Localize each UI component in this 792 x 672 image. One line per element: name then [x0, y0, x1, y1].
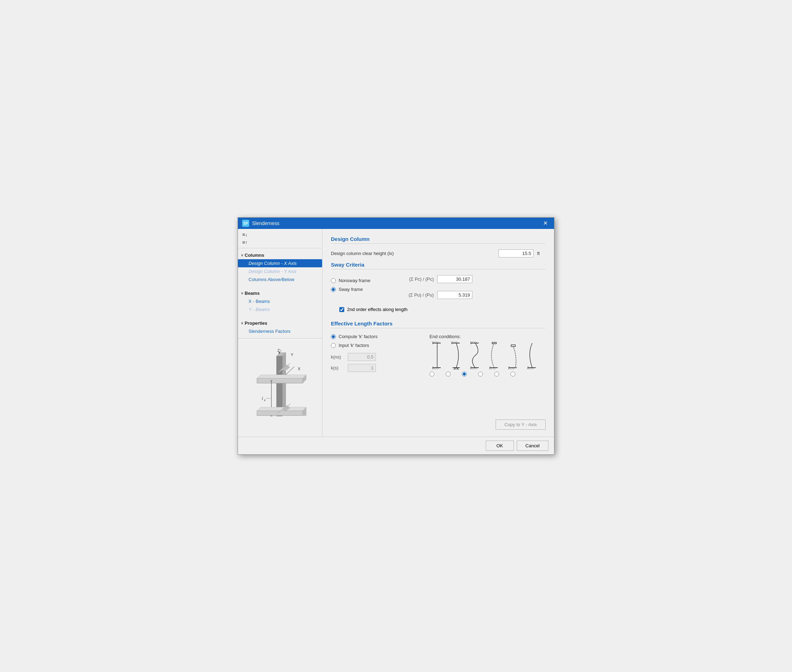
nav-item-x-beams[interactable]: X - Beams	[238, 297, 322, 306]
design-column-divider	[331, 243, 546, 244]
end-cond-4	[487, 341, 502, 370]
title-bar: SP Slenderness ✕	[238, 218, 554, 229]
nonsway-radio[interactable]	[331, 278, 336, 283]
sway-criteria-title: Sway Criteria	[331, 262, 546, 268]
compute-k-row: Compute 'k' factors	[331, 334, 422, 339]
effective-body: Compute 'k' factors Input 'k' factors k(…	[331, 334, 546, 376]
close-button[interactable]: ✕	[541, 220, 550, 227]
effective-length-section: Effective Length Factors Compute 'k' fac…	[331, 320, 546, 376]
end-cond-2	[449, 341, 464, 370]
svg-text:Z↑: Z↑	[277, 348, 281, 352]
svg-text:l: l	[262, 396, 263, 401]
k-s-label: k(s)	[331, 365, 345, 371]
svg-rect-68	[511, 345, 515, 347]
columns-group-header[interactable]: ∨ Columns	[238, 251, 322, 259]
end-cond-radio-4[interactable]	[478, 371, 483, 376]
effective-right: End conditions:	[430, 334, 546, 376]
cancel-button[interactable]: Cancel	[517, 441, 548, 451]
k-s-input	[348, 364, 376, 372]
effective-length-title: Effective Length Factors	[331, 320, 546, 326]
design-column-section: Design Column Design column clear height…	[331, 236, 546, 262]
second-order-checkbox[interactable]	[339, 307, 344, 312]
end-cond-1	[430, 341, 445, 370]
column-diagram-svg: Z↑ Y X	[252, 346, 308, 430]
chevron-down-icon-beams: ∨	[241, 291, 243, 295]
left-panel: ≡↓ ≡↑ ∨ Columns Design Column - X Axis D…	[238, 229, 323, 437]
sway-divider	[331, 269, 546, 269]
bottom-bar: OK Cancel	[238, 437, 554, 454]
k-inputs: k(ns) k(s)	[331, 353, 422, 372]
svg-rect-10	[257, 378, 303, 383]
nav-section-columns: ∨ Columns Design Column - X Axis Design …	[238, 248, 322, 286]
chevron-down-icon-props: ∨	[241, 321, 243, 325]
sway-formulas: (Σ Pc) / (Pc) (Σ Pu) / (Pu)	[391, 275, 473, 303]
input-k-radio[interactable]	[331, 343, 336, 348]
sway-radio-group: Nonsway frame Sway frame	[331, 275, 370, 295]
end-cond-radio-1[interactable]	[430, 371, 434, 376]
app-icon: SP	[242, 220, 249, 227]
k-ns-input	[348, 353, 376, 361]
properties-group-header[interactable]: ∨ Properties	[238, 319, 322, 327]
svg-marker-11	[257, 375, 306, 378]
sway-radio-row: Sway frame	[331, 287, 370, 292]
bottom-spacer: Copy to Y - Axis	[331, 376, 546, 430]
clear-height-input[interactable]	[498, 250, 533, 258]
clear-height-unit: ft	[537, 251, 546, 256]
end-cond-3	[468, 341, 483, 370]
second-order-label: 2nd order effects along length	[347, 307, 408, 312]
design-column-title: Design Column	[331, 236, 546, 242]
sigma-pu-row: (Σ Pu) / (Pu)	[391, 291, 473, 299]
k-ns-label: k(ns)	[331, 354, 345, 360]
end-cond-radio-3[interactable]	[462, 371, 467, 376]
sway-radio[interactable]	[331, 287, 336, 292]
end-cond-radio-2[interactable]	[446, 371, 450, 376]
nav-section-beams: ∨ Beams X - Beams Y - Beams	[238, 286, 322, 316]
sigma-pc-input[interactable]	[437, 275, 473, 283]
compute-k-label: Compute 'k' factors	[339, 334, 422, 339]
input-k-label: Input 'k' factors	[339, 343, 422, 348]
svg-marker-9	[282, 352, 286, 416]
svg-marker-7	[277, 356, 282, 416]
end-condition-figures	[430, 341, 546, 370]
nonsway-label: Nonsway frame	[339, 278, 370, 283]
clear-height-label: Design column clear height (lx)	[331, 251, 495, 256]
nav-item-y-beams[interactable]: Y - Beams	[238, 306, 322, 314]
beams-group-label: Beams	[244, 291, 260, 296]
nav-toolbar: ≡↓ ≡↑	[238, 229, 322, 248]
effective-left: Compute 'k' factors Input 'k' factors k(…	[331, 334, 422, 376]
nav-section-properties: ∨ Properties Slenderness Factors	[238, 316, 322, 338]
svg-text:Y: Y	[291, 352, 294, 357]
dialog-title: Slenderness	[252, 221, 538, 226]
sigma-pc-row: (Σ Pc) / (Pc)	[391, 275, 473, 283]
end-conditions-label: End conditions:	[430, 334, 546, 339]
end-cond-radio-5[interactable]	[494, 371, 499, 376]
copy-to-y-container: Copy to Y - Axis	[331, 419, 546, 430]
end-cond-5	[506, 341, 521, 370]
chevron-down-icon: ∨	[241, 253, 243, 257]
k-s-row: k(s)	[331, 364, 422, 372]
end-condition-radios	[430, 371, 546, 376]
beams-group-header[interactable]: ∨ Beams	[238, 289, 322, 297]
svg-text:x: x	[264, 398, 266, 402]
sigma-pu-label: (Σ Pu) / (Pu)	[391, 292, 434, 298]
nav-item-design-column-x[interactable]: Design Column - X Axis	[238, 259, 322, 267]
nav-item-design-column-y[interactable]: Design Column - Y Axis	[238, 267, 322, 275]
sort-up-icon[interactable]: ≡↑	[241, 239, 319, 246]
copy-to-y-button[interactable]: Copy to Y - Axis	[496, 419, 546, 430]
sigma-pu-input[interactable]	[437, 291, 473, 299]
end-cond-radio-6[interactable]	[510, 371, 515, 376]
nav-item-slenderness-factors[interactable]: Slenderness Factors	[238, 327, 322, 335]
sort-down-icon[interactable]: ≡↓	[241, 231, 319, 238]
properties-group-label: Properties	[244, 320, 267, 326]
sway-label: Sway frame	[339, 287, 370, 292]
svg-text:X: X	[298, 366, 300, 371]
compute-k-radio[interactable]	[331, 334, 336, 339]
column-diagram: Z↑ Y X	[238, 338, 322, 437]
nav-item-columns-above-below[interactable]: Columns Above/Below	[238, 275, 322, 283]
ok-button[interactable]: OK	[486, 441, 514, 451]
columns-group-label: Columns	[244, 253, 264, 258]
k-ns-row: k(ns)	[331, 353, 422, 361]
second-order-row: 2nd order effects along length	[331, 307, 546, 312]
clear-height-row: Design column clear height (lx) ft	[331, 250, 546, 258]
sigma-pc-label: (Σ Pc) / (Pc)	[391, 277, 434, 282]
